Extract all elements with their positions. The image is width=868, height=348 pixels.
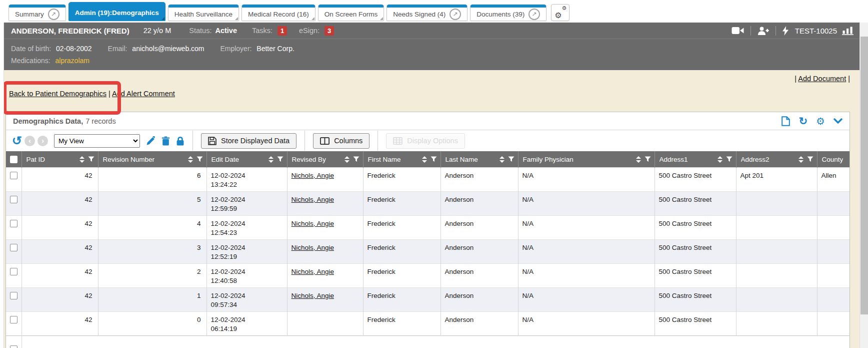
sort-icon[interactable] — [268, 156, 274, 163]
collapse-chevron-icon[interactable] — [834, 118, 842, 124]
cell-edit_date: 12-02-2024 13:24:22 — [206, 168, 287, 192]
cell-address2 — [736, 264, 817, 288]
cell-select — [6, 312, 22, 336]
sort-icon[interactable] — [636, 156, 641, 163]
video-camera-icon[interactable] — [732, 27, 744, 35]
revised-by-link[interactable]: Nichols, Angie — [292, 292, 334, 299]
cell-address2 — [736, 240, 817, 264]
select-all-checkbox[interactable] — [10, 156, 18, 163]
tab-menu-fold-icon — [380, 17, 383, 20]
row-checkbox[interactable] — [10, 220, 18, 227]
column-label: Last Name — [446, 156, 478, 163]
tab-documents-39[interactable]: Documents (39)↗ — [470, 5, 546, 21]
table-row: 42412-02-2024 12:54:23Nichols, AngieFred… — [6, 216, 850, 240]
tab-medical-record-16[interactable]: Medical Record (16) — [242, 5, 316, 21]
filter-funnel-icon[interactable] — [508, 156, 514, 162]
next-view-button[interactable]: › — [38, 136, 48, 146]
row-checkbox[interactable] — [10, 244, 18, 251]
lock-icon[interactable] — [176, 136, 184, 146]
cell-pat_id: 42 — [22, 240, 98, 264]
sort-icon[interactable] — [500, 156, 504, 163]
tab-settings-button[interactable]: ⚙ ⚙ — [551, 4, 570, 21]
sort-icon[interactable] — [188, 156, 193, 163]
filter-funnel-icon[interactable] — [644, 156, 651, 162]
column-header-county[interactable]: County — [817, 151, 850, 168]
column-header-revision[interactable]: Revision Number — [98, 151, 206, 168]
filter-funnel-icon[interactable] — [196, 156, 203, 162]
row-checkbox[interactable] — [10, 196, 18, 203]
store-displayed-data-button[interactable]: Store Displayed Data — [201, 133, 296, 149]
cell-pat_id: 42 — [22, 288, 98, 312]
row-checkbox[interactable] — [10, 292, 18, 299]
revised-by-link[interactable]: Nichols, Angie — [292, 196, 334, 203]
email-label: Email: — [108, 45, 128, 53]
table-row: 42312-02-2024 12:52:19Nichols, AngieFred… — [6, 240, 850, 264]
row-checkbox[interactable] — [10, 316, 18, 323]
add-person-icon[interactable] — [758, 27, 769, 35]
cell-address1: 500 Castro Street — [654, 168, 736, 192]
column-header-first_name[interactable]: First Name — [363, 151, 440, 168]
new-document-icon[interactable] — [782, 116, 790, 126]
add-alert-comment-link[interactable]: Add Alert Comment — [112, 90, 175, 98]
esign-badge[interactable]: 3 — [324, 26, 334, 36]
open-in-new-icon[interactable]: ↗ — [48, 9, 60, 20]
edit-pencil-icon[interactable] — [146, 136, 156, 146]
revised-by-link[interactable]: Nichols, Angie — [292, 220, 334, 227]
lightning-icon[interactable] — [782, 26, 788, 36]
add-document-link[interactable]: Add Document — [798, 75, 846, 83]
column-header-revised_by[interactable]: Revised By — [287, 151, 363, 168]
action-links-row: Back to Patient Demographics | Add Alert… — [4, 84, 860, 99]
panel-settings-gear-icon[interactable]: ⚙ — [816, 116, 825, 126]
open-in-new-icon[interactable]: ↗ — [450, 9, 461, 20]
sort-icon[interactable] — [80, 156, 84, 163]
back-to-patient-demographics-link[interactable]: Back to Patient Demographics — [9, 90, 106, 98]
tab-bar: Summary↗Admin (19):DemographicsHealth Su… — [0, 0, 868, 23]
sort-icon[interactable] — [798, 156, 804, 163]
sort-icon[interactable] — [344, 156, 350, 163]
column-header-family_physician[interactable]: Family Physician — [518, 151, 654, 168]
filter-funnel-icon[interactable] — [430, 156, 437, 162]
revised-by-link[interactable]: Nichols, Angie — [292, 172, 334, 179]
table-row: 42212-02-2024 12:40:58Nichols, AngieFred… — [6, 264, 850, 288]
column-header-address2[interactable]: Address2 — [736, 151, 817, 168]
open-in-new-icon[interactable]: ↗ — [528, 9, 540, 20]
filter-funnel-icon[interactable] — [726, 156, 732, 162]
sort-icon[interactable] — [718, 156, 722, 163]
column-header-pat_id[interactable]: Pat ID — [22, 151, 98, 168]
row-checkbox[interactable] — [10, 268, 18, 275]
filter-funnel-icon[interactable] — [807, 156, 814, 162]
cell-county — [817, 264, 850, 288]
tasks-badge[interactable]: 1 — [278, 26, 287, 36]
bar-chart-icon[interactable] — [842, 26, 854, 35]
column-header-edit_date[interactable]: Edit Date — [206, 151, 287, 168]
medications-value[interactable]: alprazolam — [55, 57, 89, 65]
delete-trash-icon[interactable] — [162, 136, 170, 146]
column-header-last_name[interactable]: Last Name — [440, 151, 518, 168]
sort-icon[interactable] — [422, 156, 427, 163]
revised-by-link[interactable]: Nichols, Angie — [292, 244, 334, 251]
vertical-scrollbar[interactable] — [860, 23, 868, 348]
column-label: Family Physician — [523, 156, 574, 163]
cell-last_name: Anderson — [440, 288, 518, 312]
columns-button[interactable]: Columns — [313, 133, 370, 149]
row-checkbox[interactable] — [10, 345, 18, 348]
tab-on-screen-forms[interactable]: On Screen Forms — [318, 5, 384, 21]
tab-summary[interactable]: Summary↗ — [8, 5, 66, 21]
previous-view-button[interactable]: ‹ — [24, 136, 35, 146]
revised-by-link[interactable]: Nichols, Angie — [292, 268, 334, 275]
tab-health-surveillance[interactable]: Health Surveillance — [168, 5, 239, 21]
refresh-icon[interactable]: ↻ — [798, 116, 808, 126]
tab-admin-19-demographics[interactable]: Admin (19):Demographics — [68, 2, 166, 21]
filter-funnel-icon[interactable] — [353, 156, 360, 162]
column-header-address1[interactable]: Address1 — [654, 151, 736, 168]
filter-funnel-icon[interactable] — [88, 156, 94, 162]
tab-needs-signed-4[interactable]: Needs Signed (4)↗ — [386, 5, 468, 21]
undo-icon[interactable]: ↺ — [12, 135, 22, 147]
gear-icon: ⚙ — [554, 12, 562, 20]
demographics-panel: Demographics Data, 7 records ↻ ⚙ ↺ ‹ › — [6, 112, 850, 348]
cell-address2 — [736, 312, 817, 336]
scrollbar-thumb[interactable] — [860, 37, 868, 314]
filter-funnel-icon[interactable] — [277, 156, 284, 162]
view-select[interactable]: My View — [54, 134, 140, 148]
row-checkbox[interactable] — [10, 172, 18, 179]
